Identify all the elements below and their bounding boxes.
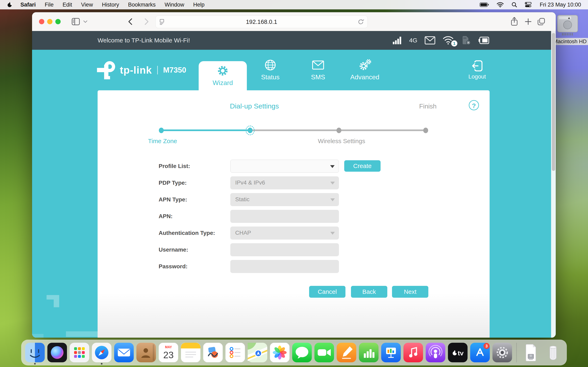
bottom-decoration xyxy=(32,334,43,338)
network-type-label: 4G xyxy=(409,37,417,44)
dock-mail-icon[interactable] xyxy=(114,343,134,362)
menu-file[interactable]: File xyxy=(45,2,54,8)
field-label: Profile List: xyxy=(159,160,226,173)
menu-history[interactable]: History xyxy=(102,2,119,8)
page-header: Welcome to TP-Link Mobile Wi-Fi! 4G xyxy=(32,31,556,50)
menu-bookmarks[interactable]: Bookmarks xyxy=(128,2,156,8)
field-value: CHAP xyxy=(235,230,251,236)
desktop-disk-icon[interactable]: Macintosh HD xyxy=(551,13,584,45)
dock-app-store-icon[interactable]: 3 xyxy=(470,343,490,362)
brand-name: tp-link xyxy=(120,64,152,76)
dock-system-settings-icon[interactable] xyxy=(493,343,512,362)
tab-overview-icon[interactable] xyxy=(537,17,546,26)
dock-trash-icon[interactable] xyxy=(543,343,563,362)
dock-music-icon[interactable] xyxy=(403,343,423,362)
router-page: Welcome to TP-Link Mobile Wi-Fi! 4G xyxy=(32,31,556,338)
corner-decoration xyxy=(54,300,59,307)
spotlight-search-icon[interactable] xyxy=(511,2,517,8)
menu-window[interactable]: Window xyxy=(164,2,184,8)
dock-calendar-icon[interactable]: MAY 23 xyxy=(159,343,178,362)
minimize-button[interactable] xyxy=(47,19,52,24)
bottom-decoration xyxy=(66,331,98,337)
create-button[interactable]: Create xyxy=(344,160,380,172)
dock-safari-icon[interactable] xyxy=(92,343,112,362)
corner-decoration xyxy=(47,295,59,300)
dock-notes-icon[interactable] xyxy=(181,343,200,362)
new-tab-icon[interactable] xyxy=(525,18,532,25)
dock-facetime-icon[interactable] xyxy=(314,343,334,362)
share-icon[interactable] xyxy=(510,17,518,26)
desktop: Safari File Edit View History Bookmarks … xyxy=(0,0,588,367)
address-bar[interactable]: 192.168.0.1 xyxy=(155,16,368,28)
page-format-icon[interactable] xyxy=(159,18,165,25)
menubar-app-name[interactable]: Safari xyxy=(20,2,36,8)
reload-icon[interactable] xyxy=(357,18,364,25)
dropdown-arrow-icon xyxy=(330,165,335,168)
dock-podcasts-icon[interactable] xyxy=(426,343,445,362)
step-label-timezone: Time Zone xyxy=(148,138,177,145)
field-value: Static xyxy=(235,196,250,202)
profile-list-select[interactable] xyxy=(230,160,339,173)
dock-launchpad-icon[interactable] xyxy=(70,343,89,362)
menu-edit[interactable]: Edit xyxy=(63,2,72,8)
brand-model: M7350 xyxy=(163,66,186,75)
browser-toolbar: 192.168.0.1 xyxy=(32,12,556,31)
dock-tv-icon[interactable]: tv xyxy=(448,343,467,362)
dock-reminders-icon[interactable] xyxy=(225,343,245,362)
dock-pages-icon[interactable] xyxy=(337,343,356,362)
next-button[interactable]: Next xyxy=(392,286,428,298)
dock-finder-icon[interactable] xyxy=(25,343,45,362)
device-battery-icon xyxy=(478,37,490,44)
tv-label: tv xyxy=(458,350,464,357)
menubar-clock[interactable]: Fri 23 May 10:00 xyxy=(540,2,581,8)
tab-sms[interactable]: SMS xyxy=(298,50,338,90)
wifi-status-icon: 1 xyxy=(443,35,454,45)
dock-siri-icon[interactable] xyxy=(47,343,67,362)
menu-view[interactable]: View xyxy=(81,2,93,8)
logout-button[interactable]: Logout xyxy=(461,50,493,90)
sidebar-toggle-icon[interactable] xyxy=(71,17,80,26)
tab-wizard[interactable]: Wizard xyxy=(199,61,247,90)
help-button[interactable]: ? xyxy=(469,100,479,110)
pdp-type-select: IPv4 & IPv6 xyxy=(230,176,339,189)
close-button[interactable] xyxy=(39,19,44,24)
wifi-icon[interactable] xyxy=(497,2,504,7)
dock-maps-icon[interactable] xyxy=(248,343,267,362)
main-nav: tp-link M7350 Wizard xyxy=(32,50,556,90)
sidebar-chevron-icon[interactable] xyxy=(83,20,87,23)
dock-messages-icon[interactable] xyxy=(292,343,312,362)
dock-downloads-icon[interactable] xyxy=(521,343,541,362)
sms-status-icon xyxy=(425,36,435,44)
menu-help[interactable]: Help xyxy=(193,2,205,8)
dock-contacts-icon[interactable] xyxy=(136,343,156,362)
back-button-icon[interactable] xyxy=(128,17,133,26)
dock-photos-icon[interactable] xyxy=(270,343,290,362)
field-label: APN Type: xyxy=(159,193,226,206)
apn-type-select: Static xyxy=(230,193,339,206)
auth-type-select: CHAP xyxy=(230,226,339,240)
fullscreen-button[interactable] xyxy=(55,19,61,24)
back-button[interactable]: Back xyxy=(351,286,387,298)
control-center-icon[interactable] xyxy=(525,2,532,7)
dock-freeform-icon[interactable] xyxy=(203,343,223,362)
tab-status[interactable]: Status xyxy=(250,50,291,90)
tab-advanced[interactable]: Advanced xyxy=(345,50,385,90)
forward-button-icon[interactable] xyxy=(144,17,149,26)
hard-drive-icon xyxy=(556,13,579,37)
dock-keynote-icon[interactable] xyxy=(381,343,401,362)
battery-icon[interactable] xyxy=(480,2,489,7)
dock-numbers-icon[interactable] xyxy=(359,343,379,362)
step-dot-dialup-current xyxy=(248,128,252,133)
menu-bar: Safari File Edit View History Bookmarks … xyxy=(0,0,588,9)
scrollbar-thumb[interactable] xyxy=(552,33,555,171)
gear-icon xyxy=(217,65,229,77)
field-label: Authentication Type: xyxy=(159,226,226,240)
brand-divider xyxy=(157,66,158,75)
cancel-button[interactable]: Cancel xyxy=(309,286,346,298)
url-text[interactable]: 192.168.0.1 xyxy=(246,18,277,25)
tab-label: Advanced xyxy=(350,73,379,81)
wifi-client-badge: 1 xyxy=(451,40,457,47)
dropdown-arrow-icon xyxy=(330,182,335,184)
scrollbar-track[interactable] xyxy=(551,31,556,338)
apple-menu-icon[interactable] xyxy=(7,2,12,8)
